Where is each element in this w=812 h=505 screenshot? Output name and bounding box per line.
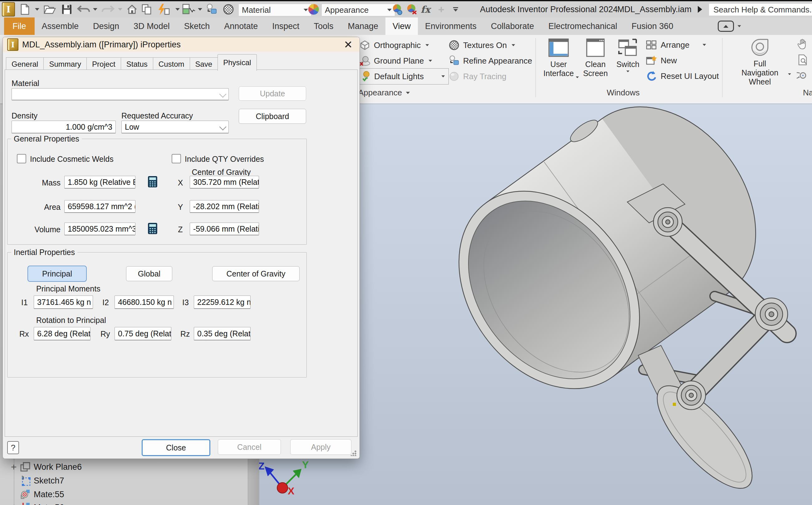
undo-dropdown[interactable]: [93, 3, 97, 15]
dialog-tab-custom[interactable]: Custom: [153, 57, 190, 71]
ribbon-collapse-button[interactable]: [718, 17, 741, 35]
mass-field[interactable]: 1.850 kg (Relative Err: [64, 176, 135, 189]
i1-field[interactable]: 37161.465 kg n: [34, 296, 93, 309]
tree-item-mate55[interactable]: Mate:55: [19, 488, 64, 501]
material-combobox[interactable]: Material: [238, 4, 312, 16]
tab-assemble[interactable]: Assemble: [35, 17, 86, 35]
redo-button[interactable]: [101, 3, 115, 15]
clear-appearance-icon[interactable]: [406, 3, 418, 15]
update-button[interactable]: Update: [239, 87, 306, 101]
cancel-button[interactable]: Cancel: [218, 439, 281, 455]
i2-field[interactable]: 46680.150 kg n: [115, 296, 174, 309]
dialog-tab-general[interactable]: General: [6, 57, 44, 71]
undo-button[interactable]: [77, 3, 91, 15]
save-button[interactable]: [61, 3, 73, 15]
clean-screen-button[interactable]: Clean Screen: [578, 37, 612, 78]
home-view-button[interactable]: [126, 3, 138, 15]
dialog-title-bar[interactable]: I MDL_Assembly.iam ([Primary]) iProperti…: [3, 37, 359, 52]
color-wheel-icon[interactable]: [308, 3, 320, 15]
cog-z-field[interactable]: -59.066 mm (Relative: [190, 222, 259, 235]
apply-button[interactable]: Apply: [290, 439, 351, 455]
include-qty-overrides-checkbox[interactable]: [171, 154, 181, 163]
ground-plane-button[interactable]: Ground Plane: [359, 55, 433, 67]
principal-button[interactable]: Principal: [27, 266, 87, 282]
volume-calculator-button[interactable]: [148, 222, 157, 234]
lighting-style-combobox[interactable]: Default Lights: [358, 68, 449, 85]
dialog-tab-status[interactable]: Status: [121, 57, 153, 71]
component-update-dropdown[interactable]: [198, 3, 202, 15]
orthographic-button[interactable]: Orthographic: [359, 39, 430, 51]
ry-field[interactable]: 0.75 deg (Relat: [115, 327, 171, 340]
tab-design[interactable]: Design: [86, 17, 126, 35]
tab-inspect[interactable]: Inspect: [265, 17, 307, 35]
dialog-resize-grip[interactable]: [351, 451, 356, 456]
arrange-button[interactable]: Arrange: [646, 39, 706, 50]
full-navigation-wheel-button[interactable]: Full Navigation Wheel: [735, 37, 785, 87]
center-of-gravity-button[interactable]: Center of Gravity: [212, 266, 300, 281]
adjust-appearance-icon[interactable]: [391, 3, 403, 15]
tab-collaborate[interactable]: Collaborate: [484, 17, 541, 35]
tab-fusion-360[interactable]: Fusion 360: [624, 17, 681, 35]
switch-windows-button[interactable]: Switch: [614, 37, 642, 72]
rz-field[interactable]: 0.35 deg (Relat: [194, 327, 251, 340]
global-button[interactable]: Global: [126, 266, 172, 281]
ray-tracing-button[interactable]: Ray Tracing: [448, 70, 506, 82]
i3-field[interactable]: 22259.612 kg n: [194, 296, 251, 309]
dialog-help-button[interactable]: ?: [7, 441, 19, 454]
redo-dropdown[interactable]: [118, 3, 122, 15]
zoom-button[interactable]: [797, 54, 809, 66]
dialog-tab-save[interactable]: Save: [190, 57, 218, 71]
refine-appearance-button[interactable]: Refine Appearance: [448, 55, 532, 67]
tab-manage[interactable]: Manage: [340, 17, 385, 35]
tab-3d-model[interactable]: 3D Model: [126, 17, 177, 35]
tab-sketch[interactable]: Sketch: [177, 17, 217, 35]
new-window-button[interactable]: New: [646, 55, 677, 66]
tree-item-mate56[interactable]: Mate:56: [19, 501, 64, 505]
tab-annotate[interactable]: Annotate: [217, 17, 265, 35]
appearance-panel-label[interactable]: Appearance: [358, 88, 410, 98]
close-button[interactable]: Close: [142, 439, 210, 456]
component-update-button[interactable]: [182, 3, 195, 15]
new-file-button[interactable]: [19, 3, 30, 15]
orbit-button[interactable]: [797, 69, 809, 82]
reset-ui-layout-button[interactable]: Reset UI Layout: [646, 70, 719, 82]
ilogic-trigger-button[interactable]: [156, 3, 171, 15]
icopy-button[interactable]: [141, 3, 153, 15]
density-field[interactable]: 1.000 g/cm^3: [12, 121, 116, 133]
material-dropdown[interactable]: [12, 88, 229, 101]
rx-field[interactable]: 6.28 deg (Relat: [34, 327, 91, 340]
tree-item-workplane6[interactable]: + Work Plane6: [8, 460, 82, 474]
mass-calculator-button[interactable]: [148, 176, 157, 188]
qat-customize-dropdown[interactable]: [453, 3, 458, 15]
textures-button[interactable]: Textures On: [448, 39, 515, 51]
dialog-tab-physical[interactable]: Physical: [218, 54, 256, 71]
appearance-combobox[interactable]: Appearance: [322, 4, 395, 16]
open-button[interactable]: [43, 3, 56, 15]
tab-view[interactable]: View: [385, 17, 418, 35]
volume-field[interactable]: 1850095.023 mm^3 (: [64, 222, 135, 235]
add-qat-icon[interactable]: +: [438, 3, 444, 15]
fx-parameters-button[interactable]: fx: [421, 3, 430, 15]
tree-expand-icon[interactable]: +: [8, 461, 19, 473]
nav-wheel-dropdown-icon[interactable]: [788, 73, 791, 75]
tab-electromechanical[interactable]: Electromechanical: [541, 17, 624, 35]
dialog-tab-summary[interactable]: Summary: [43, 57, 87, 71]
textures-qat-button[interactable]: [222, 3, 235, 15]
help-search-input[interactable]: Search Help & Commands...: [709, 4, 812, 16]
dialog-close-button[interactable]: ✕: [344, 38, 353, 51]
tree-item-sketch7[interactable]: Sketch7: [19, 474, 64, 488]
cog-y-field[interactable]: -28.202 mm (Relative: [190, 200, 259, 213]
dialog-tab-project[interactable]: Project: [87, 57, 121, 71]
cog-x-field[interactable]: 305.720 mm (Relative: [190, 176, 259, 189]
area-field[interactable]: 659598.127 mm^2 (R: [64, 200, 135, 213]
tab-file[interactable]: File: [4, 17, 35, 35]
search-arrow-icon[interactable]: [698, 3, 702, 15]
tab-environments[interactable]: Environments: [418, 17, 484, 35]
include-cosmetic-welds-checkbox[interactable]: [17, 154, 26, 163]
requested-accuracy-dropdown[interactable]: Low: [121, 121, 229, 133]
tab-tools[interactable]: Tools: [307, 17, 340, 35]
refine-appearance-qat-button[interactable]: [205, 3, 218, 15]
new-file-dropdown[interactable]: [35, 3, 39, 15]
clipboard-button[interactable]: Clipboard: [239, 109, 306, 124]
pan-button[interactable]: [797, 38, 809, 50]
